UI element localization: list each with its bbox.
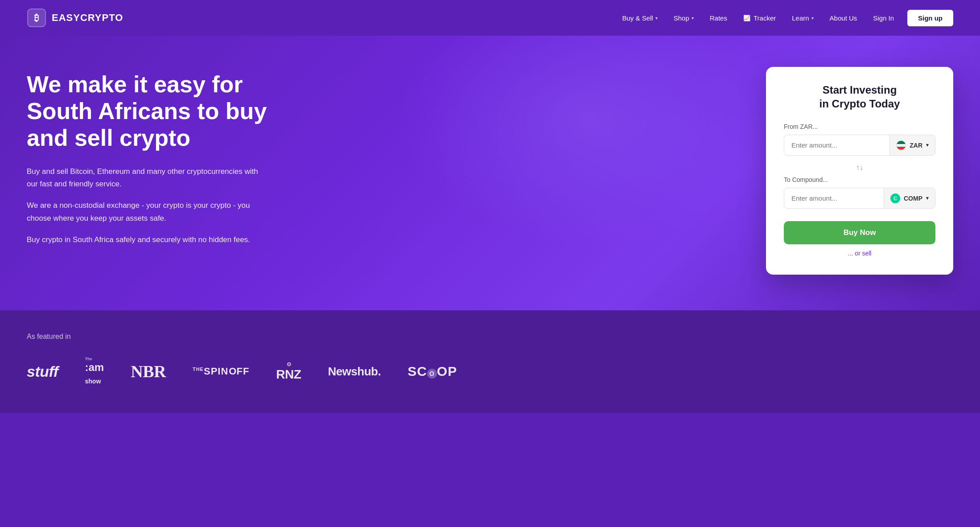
media-logo-rnz[interactable]: ⊙RNZ — [276, 361, 301, 382]
or-sell-link[interactable]: ... or sell — [784, 250, 935, 257]
main-nav: Buy & Sell ▾ Shop ▾ Rates 📈 Tracker Lear… — [616, 10, 954, 26]
nav-learn[interactable]: Learn ▾ — [786, 11, 819, 25]
nav-about-us[interactable]: About Us — [824, 11, 864, 25]
chevron-down-icon: ▾ — [926, 195, 929, 201]
svg-text:₿: ₿ — [34, 13, 39, 23]
trading-widget: Start Investingin Crypto Today From ZAR.… — [766, 67, 953, 275]
chevron-down-icon: ▾ — [655, 16, 658, 21]
sign-in-button[interactable]: Sign In — [867, 11, 900, 25]
from-label: From ZAR... — [784, 123, 935, 130]
to-field-group: To Compound... C COMP ▾ — [784, 176, 935, 209]
hero-section: We make it easy for South Africans to bu… — [0, 36, 980, 310]
hero-para-3: Buy crypto in South Africa safely and se… — [27, 234, 259, 246]
media-logo-newshub[interactable]: Newshub. — [328, 365, 381, 379]
media-logos-list: stuff The:amshow NBR THESPINOFF ⊙RNZ New… — [27, 357, 953, 386]
from-currency-selector[interactable]: ZAR ▾ — [889, 135, 935, 155]
nav-buy-sell[interactable]: Buy & Sell ▾ — [616, 11, 664, 25]
comp-icon: C — [890, 194, 900, 203]
zar-flag-icon — [896, 140, 906, 150]
to-currency-selector[interactable]: C COMP ▾ — [884, 188, 935, 208]
media-logo-spinoff[interactable]: THESPINOFF — [193, 366, 249, 377]
media-logo-nbr[interactable]: NBR — [131, 362, 166, 381]
logo[interactable]: ₿ EASYCRYPTO — [27, 8, 123, 28]
nav-rates[interactable]: Rates — [704, 11, 733, 25]
sign-up-button[interactable]: Sign up — [907, 10, 953, 26]
to-label: To Compound... — [784, 176, 935, 183]
chevron-down-icon: ▾ — [692, 16, 694, 21]
from-currency-label: ZAR — [910, 142, 922, 149]
media-logo-stuff[interactable]: stuff — [27, 363, 58, 380]
logo-icon: ₿ — [27, 8, 46, 28]
nav-shop[interactable]: Shop ▾ — [667, 11, 700, 25]
hero-content: We make it easy for South Africans to bu… — [27, 62, 303, 255]
to-input-row: C COMP ▾ — [784, 188, 935, 209]
from-input-row: ZAR ▾ — [784, 135, 935, 156]
featured-label: As featured in — [27, 333, 953, 341]
chevron-down-icon: ▾ — [811, 16, 814, 21]
chevron-down-icon: ▾ — [926, 142, 929, 148]
hero-para-2: We are a non-custodial exchange - your c… — [27, 199, 259, 224]
header: ₿ EASYCRYPTO Buy & Sell ▾ Shop ▾ Rates 📈… — [0, 0, 980, 36]
media-logo-am-show[interactable]: The:amshow — [85, 357, 104, 386]
featured-section: As featured in stuff The:amshow NBR THES… — [0, 310, 980, 413]
widget-title: Start Investingin Crypto Today — [784, 83, 935, 111]
from-amount-input[interactable] — [784, 135, 889, 155]
hero-heading: We make it easy for South Africans to bu… — [27, 71, 303, 151]
swap-icon[interactable]: ↑↓ — [784, 159, 935, 176]
media-logo-scoop[interactable]: SCOOP — [408, 364, 457, 379]
hero-para-1: Buy and sell Bitcoin, Ethereum and many … — [27, 165, 259, 190]
from-field-group: From ZAR... ZAR ▾ — [784, 123, 935, 156]
to-amount-input[interactable] — [784, 188, 884, 208]
to-currency-label: COMP — [904, 195, 922, 202]
buy-now-button[interactable]: Buy Now — [784, 221, 935, 244]
brand-name: EASYCRYPTO — [52, 12, 123, 24]
nav-tracker[interactable]: 📈 Tracker — [737, 11, 782, 25]
